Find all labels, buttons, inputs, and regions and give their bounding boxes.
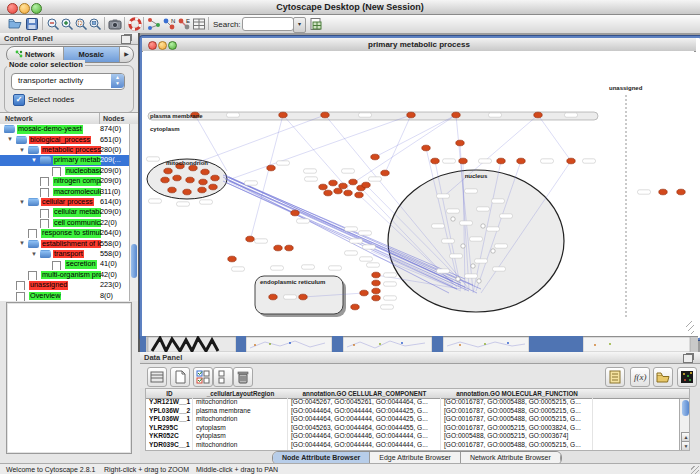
annotation-network-icon[interactable] (147, 17, 161, 31)
background-windows-strip[interactable] (140, 336, 698, 352)
network-node[interactable] (344, 190, 352, 196)
network-node[interactable] (659, 189, 667, 195)
minimize-window-icon[interactable] (19, 3, 30, 14)
table-cell[interactable]: cytoplasm (193, 432, 288, 441)
network-node[interactable] (246, 236, 254, 242)
network-node[interactable] (228, 256, 236, 262)
network-node[interactable] (334, 188, 342, 194)
vizmapper-node-icon[interactable]: N (162, 17, 176, 31)
network-node[interactable] (349, 179, 357, 185)
table-cell[interactable]: YDR039C__1 (146, 441, 193, 450)
network-node[interactable] (269, 294, 277, 300)
snapshot-camera-icon[interactable] (108, 17, 122, 31)
table-cell[interactable]: cytoplasm (193, 424, 288, 433)
tree-item-overview[interactable]: Overview8(0) (0, 290, 129, 300)
network-node[interactable] (329, 180, 337, 186)
delete-attribute-button[interactable] (233, 367, 253, 387)
background-window-frame[interactable] (332, 336, 343, 352)
network-node[interactable] (459, 158, 467, 164)
network-node[interactable] (183, 189, 191, 195)
network-node[interactable] (285, 245, 293, 251)
network-node[interactable] (381, 170, 389, 176)
tree-item-establishment-of-lo[interactable]: ▼establishment of lo558(0) (0, 238, 129, 248)
table-cell[interactable]: [GO:0005488, GO:0005215, GO:0003674] (441, 432, 593, 441)
attribute-table[interactable]: ▲ ▼ ID_cellularLayoutRegionannotation.GO… (145, 388, 690, 451)
table-cell[interactable]: [GO:0044464, GO:0044444, GO:0044444, G..… (288, 441, 441, 450)
float-panel-icon[interactable] (121, 35, 131, 44)
network-node[interactable] (199, 179, 207, 185)
search-input[interactable] (242, 17, 294, 31)
background-window-frame[interactable] (432, 336, 443, 352)
tree-expand-icon[interactable]: ▼ (7, 136, 13, 142)
network-node[interactable] (517, 158, 525, 164)
network-node[interactable] (164, 168, 172, 174)
network-node[interactable] (198, 187, 206, 193)
scroll-down-icon[interactable]: ▼ (681, 441, 691, 451)
tree-item-cellular-process[interactable]: ▼cellular process614(0) (0, 197, 129, 207)
tree-expand-icon[interactable]: ▼ (19, 147, 25, 153)
background-window-fragment[interactable] (343, 337, 432, 352)
table-cell[interactable]: [GO:0044464, GO:0044446, GO:0044444, G..… (288, 432, 441, 441)
tree-item-nucleobase-[interactable]: nucleobase-209(0) (0, 166, 129, 176)
tree-expand-icon[interactable]: ▼ (31, 251, 37, 257)
network-node[interactable] (319, 184, 327, 190)
attribute-list-button[interactable] (213, 367, 233, 387)
network-node[interactable] (372, 295, 380, 301)
network-node[interactable] (362, 182, 370, 188)
tree-expand-icon[interactable]: ▼ (31, 157, 37, 163)
table-cell[interactable]: [GO:0016787, GO:0005488, GO:0005215, G..… (441, 407, 593, 416)
tree-item-metabolic-process[interactable]: ▼metabolic process280(0) (0, 145, 129, 155)
network-node[interactable] (168, 187, 176, 193)
window-resize-grip[interactable] (690, 329, 694, 334)
network-node[interactable] (452, 112, 460, 118)
network-node[interactable] (372, 272, 380, 278)
network-canvas[interactable]: plasma membranecytoplasmmitochondrionnuc… (143, 51, 694, 334)
unfilled-node[interactable] (451, 217, 455, 221)
table-cell[interactable]: [GO:0045267, GO:0045261, GO:0044464, G..… (288, 398, 441, 407)
window-minimize-icon[interactable] (158, 41, 167, 50)
unfilled-node[interactable] (461, 244, 465, 248)
network-node[interactable] (372, 288, 380, 294)
network-node[interactable] (497, 158, 505, 164)
network-node[interactable] (299, 294, 307, 300)
attribute-notes-button[interactable] (605, 367, 625, 387)
table-cell[interactable]: mitochondrion (193, 441, 288, 450)
search-dropdown-arrow-icon[interactable]: ▾ (293, 17, 306, 33)
network-node[interactable] (351, 304, 359, 310)
background-window-fragment[interactable] (583, 337, 690, 352)
unfilled-node[interactable] (456, 277, 460, 281)
close-window-icon[interactable] (7, 3, 18, 14)
network-window-titlebar[interactable]: primary metabolic process (142, 38, 696, 52)
network-node[interactable] (211, 175, 219, 181)
network-node[interactable] (567, 158, 575, 164)
import-attributes-button[interactable] (653, 367, 673, 387)
unfilled-node[interactable] (477, 279, 481, 283)
table-cell[interactable]: YLR295C (146, 424, 193, 433)
table-cell[interactable]: [GO:0045263, GO:0044464, GO:0044455, G..… (288, 424, 441, 433)
network-node[interactable] (279, 112, 287, 118)
matrix-view-button[interactable] (677, 367, 697, 387)
zoom-fit-icon[interactable] (88, 17, 102, 31)
select-nodes-checkbox[interactable]: ✓ (13, 94, 25, 106)
network-node[interactable] (173, 175, 181, 181)
network-node[interactable] (321, 112, 329, 118)
zoom-out-icon[interactable] (46, 17, 60, 31)
tree-item-macromolecule[interactable]: macromolecule311(0) (0, 186, 129, 196)
table-cell[interactable]: YPL036W__1 (146, 415, 193, 424)
window-close-icon[interactable] (148, 41, 157, 50)
table-cell[interactable]: mitochondrion (193, 415, 288, 424)
background-window-frame[interactable] (529, 336, 583, 352)
save-icon[interactable] (25, 17, 39, 31)
table-cell[interactable]: [GO:0044464, GO:0044444, GO:0044425, G..… (288, 415, 441, 424)
birds-eye-view[interactable] (6, 302, 132, 454)
window-resize-grip[interactable] (686, 321, 692, 327)
tree-item-cell-communicat[interactable]: cell communicat22(0) (0, 218, 129, 228)
filter-grid-icon[interactable] (192, 17, 206, 31)
table-scrollbar[interactable]: ▲ ▼ (679, 398, 690, 450)
tree-expand-icon[interactable]: ▼ (19, 199, 25, 205)
network-node[interactable] (534, 112, 542, 118)
zoom-selected-icon[interactable] (74, 17, 88, 31)
network-node[interactable] (339, 183, 347, 189)
select-attributes-button[interactable] (147, 367, 167, 387)
tree-item-cellular-metabol[interactable]: cellular metabol209(0) (0, 207, 129, 217)
